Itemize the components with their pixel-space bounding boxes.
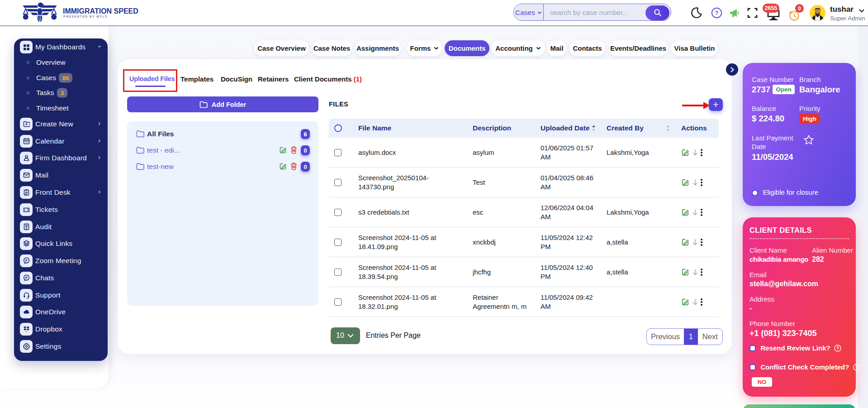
- svg-text:?: ?: [836, 346, 839, 351]
- svg-text:?: ?: [855, 365, 858, 370]
- svg-text:?: ?: [715, 10, 719, 16]
